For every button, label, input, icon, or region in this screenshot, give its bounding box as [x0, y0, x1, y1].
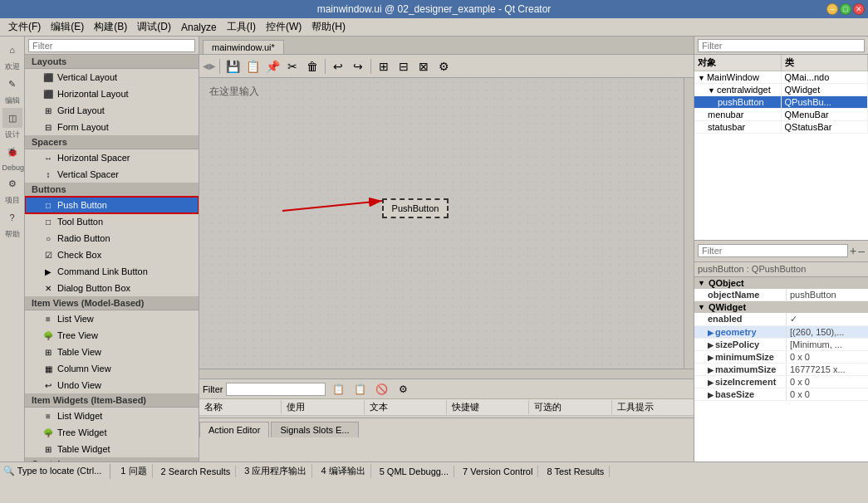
canvas-scrollbar-h[interactable] — [199, 369, 694, 378]
menu-edit[interactable]: 编辑(E) — [46, 18, 89, 36]
menu-file[interactable]: 文件(F) — [3, 18, 46, 36]
canvas-content[interactable]: 在这里输入 PushButton — [199, 78, 684, 369]
widget-dialog-button[interactable]: ✕ Dialog Button Box — [25, 280, 199, 296]
action-icon-1[interactable]: 📋 — [329, 380, 347, 398]
prop-row-geometry[interactable]: ▶geometry [(260, 150),... — [694, 326, 868, 339]
toolbar-redo-icon[interactable]: ↪ — [349, 57, 367, 76]
widget-list-view[interactable]: ≡ List View — [25, 310, 199, 327]
widget-command-link[interactable]: ▶ Command Link Button — [25, 263, 199, 280]
tree-row-mainwindow[interactable]: ▼MainWindow QMai...ndo — [694, 71, 868, 84]
toolbar-copy-icon[interactable]: 📋 — [243, 57, 262, 76]
check-box-icon: ☑ — [42, 249, 54, 261]
widget-label: Table View — [57, 347, 101, 357]
status-compile-output[interactable]: 4 编译输出 — [316, 464, 370, 478]
widget-vertical-spacer[interactable]: ↕ Vertical Spacer — [25, 166, 199, 183]
widget-undo-view[interactable]: ↩ Undo View — [25, 377, 199, 393]
widget-tool-button[interactable]: □ Tool Button — [25, 213, 199, 230]
widget-tree-widget[interactable]: 🌳 Tree Widget — [25, 424, 199, 441]
widget-form-layout[interactable]: ⊟ Form Layout — [25, 119, 199, 135]
menu-analyze[interactable]: Analyze — [176, 20, 222, 35]
main-container: ⌂ 欢迎 ✎ 编辑 ◫ 设计 🐞 Debug ⚙ 项目 ? 帮助 Layouts… — [0, 37, 868, 461]
object-filter-input[interactable] — [698, 39, 865, 52]
status-qml-debug[interactable]: 5 QML Debugg... — [375, 466, 454, 477]
sidebar-item-help[interactable]: ? — [2, 208, 22, 227]
status-search[interactable]: 2 Search Results — [156, 466, 237, 477]
prop-row-sizepolicy[interactable]: ▶sizePolicy [Minimum, ... — [694, 339, 868, 351]
props-minus-button[interactable]: – — [858, 244, 865, 257]
toolbar-save-icon[interactable]: 💾 — [223, 57, 242, 76]
toolbar-break-layout-icon[interactable]: ⊟ — [395, 57, 413, 76]
sidebar-item-edit[interactable]: ✎ — [2, 74, 22, 94]
widget-table-widget[interactable]: ⊞ Table Widget — [25, 441, 199, 457]
status-test-results[interactable]: 8 Test Results — [542, 466, 610, 477]
widget-table-view[interactable]: ⊞ Table View — [25, 344, 199, 360]
widget-label: Grid Layout — [57, 105, 105, 115]
prop-row-maximumsize[interactable]: ▶maximumSize 16777215 x... — [694, 364, 868, 376]
tab-mainwindow[interactable]: mainwindow.ui* — [203, 40, 284, 54]
action-icon-2[interactable]: 📋 — [351, 380, 369, 398]
tree-row-menubar[interactable]: menubar QMenuBar — [694, 109, 868, 121]
widget-radio-button[interactable]: ○ Radio Button — [25, 230, 199, 247]
close-button[interactable]: ✕ — [853, 3, 865, 15]
minimize-button[interactable]: – — [826, 3, 838, 15]
menu-tools[interactable]: 工具(I) — [222, 18, 261, 36]
action-icon-settings[interactable]: ⚙ — [394, 380, 412, 398]
widget-horizontal-layout[interactable]: ⬛ Horizontal Layout — [25, 85, 199, 102]
widget-column-view[interactable]: ▦ Column View — [25, 360, 199, 377]
prop-row-basesize[interactable]: ▶baseSize 0 x 0 — [694, 388, 868, 401]
status-problems[interactable]: 1 问题 — [115, 464, 152, 478]
sidebar-item-design[interactable]: ◫ — [2, 108, 22, 128]
canvas-scrollbar-v[interactable] — [684, 78, 694, 369]
vertical-spacer-icon: ↕ — [42, 168, 54, 180]
props-add-button[interactable]: + — [850, 244, 856, 257]
action-filter-input[interactable] — [226, 383, 326, 396]
props-filter-input[interactable] — [698, 244, 848, 257]
widget-list-widget[interactable]: ≡ List Widget — [25, 408, 199, 424]
menu-debug[interactable]: 调试(D) — [132, 18, 176, 36]
menu-help[interactable]: 帮助(H) — [306, 18, 351, 36]
horizontal-spacer-icon: ↔ — [42, 152, 54, 164]
prop-row-sizeincrement[interactable]: ▶sizeIncrement 0 x 0 — [694, 376, 868, 388]
widget-push-button[interactable]: □ Push Button — [25, 197, 199, 213]
toolbar-align-icon[interactable]: ⊠ — [414, 57, 433, 76]
widget-vertical-layout[interactable]: ⬛ Vertical Layout — [25, 69, 199, 85]
tree-row-pushbutton[interactable]: pushButton QPushBu... — [694, 96, 868, 109]
menubar: 文件(F) 编辑(E) 构建(B) 调试(D) Analyze 工具(I) 控件… — [0, 18, 868, 37]
toolbar-layout-icon[interactable]: ⊞ — [375, 57, 393, 76]
sidebar-item-welcome[interactable]: ⌂ — [2, 40, 22, 60]
minsize-expand: ▶ — [708, 354, 714, 362]
widget-label: Check Box — [57, 250, 101, 260]
status-app-output[interactable]: 3 应用程序输出 — [239, 464, 312, 478]
tool-button-icon: □ — [42, 216, 54, 227]
maximize-button[interactable]: □ — [840, 3, 851, 15]
status-version-control[interactable]: 7 Version Control — [458, 466, 538, 477]
action-icon-delete[interactable]: 🚫 — [372, 380, 390, 398]
prop-value: 0 x 0 — [787, 376, 868, 388]
toolbar-paste-icon[interactable]: 📌 — [263, 57, 282, 76]
prop-row-enabled[interactable]: enabled ✓ — [694, 313, 868, 326]
tree-cell-name: pushButton — [694, 96, 782, 108]
qwidget-expand: ▼ — [698, 303, 705, 311]
toolbar-undo-icon[interactable]: ↩ — [329, 57, 347, 76]
tree-row-centralwidget[interactable]: ▼centralwidget QWidget — [694, 84, 868, 96]
menu-build[interactable]: 构建(B) — [89, 18, 132, 36]
sidebar-item-projects[interactable]: ⚙ — [2, 173, 22, 193]
prop-row-minimumsize[interactable]: ▶minimumSize 0 x 0 — [694, 351, 868, 364]
toolbar-cut-icon[interactable]: ✂ — [283, 57, 302, 76]
menu-controls[interactable]: 控件(W) — [261, 18, 306, 36]
prop-row-objectname[interactable]: objectName pushButton — [694, 289, 868, 301]
canvas-pushbutton[interactable]: PushButton — [382, 198, 449, 218]
widget-grid-layout[interactable]: ⊞ Grid Layout — [25, 102, 199, 119]
widget-tree-view[interactable]: 🌳 Tree View — [25, 327, 199, 344]
sidebar-item-debug[interactable]: 🐞 — [2, 142, 22, 162]
tab-signals-slots[interactable]: Signals Slots E... — [271, 422, 358, 437]
toolbar-delete-icon[interactable]: 🗑 — [303, 57, 321, 76]
category-buttons: Buttons — [25, 183, 199, 197]
widget-check-box[interactable]: ☑ Check Box — [25, 247, 199, 263]
toolbar-settings-icon[interactable]: ⚙ — [434, 57, 453, 76]
tree-row-statusbar[interactable]: statusbar QStatusBar — [694, 121, 868, 134]
widget-horizontal-spacer[interactable]: ↔ Horizontal Spacer — [25, 149, 199, 166]
tab-action-editor[interactable]: Action Editor — [199, 422, 269, 437]
widget-filter-input[interactable] — [28, 39, 195, 52]
canvas-area[interactable]: 在这里输入 PushButton — [199, 78, 694, 369]
